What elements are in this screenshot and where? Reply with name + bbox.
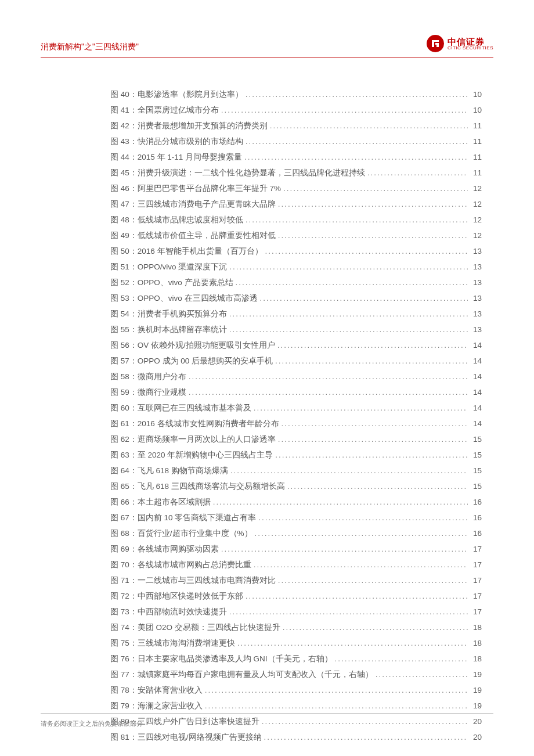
toc-page-number: 12	[470, 212, 482, 228]
toc-title: 全国票房过亿城市分布	[138, 102, 219, 118]
toc-title: 2016 年智能手机出货量（百万台）	[138, 243, 263, 259]
toc-row: 图 65：飞凡 618 三四线商场客流与交易额增长高 15	[110, 478, 482, 494]
toc-label: 图 60：	[110, 400, 138, 416]
toc-row: 图 79：海澜之家营业收入 19	[110, 698, 482, 714]
toc-leader-dots	[278, 573, 468, 588]
toc-page-number: 17	[470, 604, 482, 620]
toc-page-number: 13	[470, 259, 482, 275]
toc-row: 图 55：换机时本品牌留存率统计 13	[110, 322, 482, 337]
toc-leader-dots	[282, 416, 468, 431]
toc-title: 电影渗透率（影院月到达率）	[138, 87, 243, 102]
toc-row: 图 41：全国票房过亿城市分布 10	[110, 102, 482, 118]
toc-leader-dots	[230, 463, 468, 478]
toc-row: 图 71：一二线城市与三四线城市电商消费对比 17	[110, 573, 482, 588]
toc-title: 微商行业规模	[138, 384, 186, 400]
toc-label: 图 64：	[110, 463, 138, 478]
logo-text-cn: 中信证券	[448, 37, 493, 46]
toc-leader-dots	[278, 228, 468, 243]
toc-label: 图 72：	[110, 588, 138, 604]
toc-leader-dots	[265, 243, 468, 259]
toc-page-number: 16	[470, 494, 482, 510]
toc-title: 一二线城市与三四线城市电商消费对比	[138, 573, 276, 588]
toc-row: 图 70：各线城市城市网购占总消费比重 17	[110, 557, 482, 573]
toc-label: 图 51：	[110, 259, 138, 275]
toc-page-number: 11	[470, 134, 482, 149]
toc-page-number: 17	[470, 573, 482, 588]
toc-leader-dots	[254, 557, 468, 573]
toc-leader-dots	[376, 667, 468, 682]
toc-title: 三线城市海淘消费增速更快	[138, 635, 235, 651]
toc-page-number: 18	[470, 635, 482, 651]
toc-page-number: 16	[470, 525, 482, 541]
toc-row: 图 53：OPPO、vivo 在三四线城市高渗透 13	[110, 290, 482, 306]
toc-title: 飞凡 618 三四线商场客流与交易额增长高	[138, 478, 285, 494]
toc-title: 中西部物流时效快速提升	[138, 604, 227, 620]
toc-leader-dots	[213, 494, 468, 510]
toc-leader-dots	[236, 275, 468, 290]
toc-title: 2016 各线城市女性网购消费者年龄分布	[138, 416, 279, 431]
toc-leader-dots	[221, 102, 468, 118]
toc-leader-dots	[283, 620, 468, 635]
toc-row: 图 66：本土超市各区域割据 16	[110, 494, 482, 510]
toc-leader-dots	[246, 212, 468, 228]
toc-row: 图 49：低线城市价值主导，品牌重要性相对低 12	[110, 228, 482, 243]
logo-icon	[427, 35, 444, 52]
toc-title: 2015 年 1-11 月间母婴搜索量	[138, 149, 242, 165]
toc-label: 图 63：	[110, 447, 138, 463]
table-of-contents: 图 40：电影渗透率（影院月到达率） 10图 41：全国票房过亿城市分布 10图…	[41, 87, 493, 745]
toc-row: 图 63：至 2020 年新增购物中心三四线占主导 15	[110, 447, 482, 463]
toc-title: 换机时本品牌留存率统计	[138, 322, 227, 337]
toc-leader-dots	[246, 588, 468, 604]
toc-label: 图 71：	[110, 573, 138, 588]
toc-label: 图 47：	[110, 196, 138, 212]
toc-title: 微商用户分布	[138, 369, 186, 384]
toc-label: 图 78：	[110, 682, 138, 698]
toc-title: OV 依赖外观/拍照功能更吸引女性用户	[138, 337, 275, 353]
toc-leader-dots	[255, 525, 468, 541]
document-page: 消费新解构"之"三四线消费" 中信证券 CITIC SECURITIES 图 4…	[0, 0, 534, 756]
toc-leader-dots	[258, 510, 468, 525]
toc-label: 图 43：	[110, 134, 138, 149]
toc-row: 图 52：OPPO、vivo 产品要素总结 13	[110, 275, 482, 290]
toc-page-number: 15	[470, 431, 482, 447]
toc-label: 图 76：	[110, 651, 138, 667]
toc-leader-dots	[275, 447, 468, 463]
toc-leader-dots	[335, 651, 468, 667]
toc-label: 图 61：	[110, 416, 138, 431]
toc-page-number: 15	[470, 478, 482, 494]
toc-title: OPPO 成为 00 后最想购买的安卓手机	[138, 353, 273, 369]
toc-page-number: 11	[470, 118, 482, 134]
toc-title: 互联网已在三四线城市基本普及	[138, 400, 251, 416]
toc-leader-dots	[229, 306, 468, 322]
toc-label: 图 41：	[110, 102, 138, 118]
toc-title: OPPO、vivo 在三四线城市高渗透	[138, 290, 258, 306]
toc-label: 图 46：	[110, 181, 138, 196]
toc-page-number: 19	[470, 682, 482, 698]
toc-page-number: 19	[470, 698, 482, 714]
toc-label: 图 59：	[110, 384, 138, 400]
toc-title: 日本主要家电品类渗透率及人均 GNI（千美元，右轴）	[138, 651, 333, 667]
toc-row: 图 73：中西部物流时效快速提升 17	[110, 604, 482, 620]
toc-label: 图 77：	[110, 667, 138, 682]
toc-page-number: 18	[470, 651, 482, 667]
toc-label: 图 79：	[110, 698, 138, 714]
toc-page-number: 14	[470, 400, 482, 416]
toc-leader-dots	[367, 165, 468, 181]
toc-leader-dots	[264, 729, 468, 745]
toc-row: 图 54：消费者手机购买预算分布 13	[110, 306, 482, 322]
toc-label: 图 75：	[110, 635, 138, 651]
toc-page-number: 13	[470, 243, 482, 259]
toc-page-number: 13	[470, 275, 482, 290]
toc-label: 图 40：	[110, 87, 138, 102]
toc-row: 图 72：中西部地区快递时效低于东部 17	[110, 588, 482, 604]
toc-row: 图 44：2015 年 1-11 月间母婴搜索量 11	[110, 149, 482, 165]
toc-label: 图 56：	[110, 337, 138, 353]
toc-leader-dots	[270, 118, 468, 134]
toc-row: 图 45：消费升级演进：一二线个性化趋势显著，三四线品牌化进程持续 11	[110, 165, 482, 181]
toc-title: 安踏体育营业收入	[138, 682, 203, 698]
toc-page-number: 12	[470, 196, 482, 212]
toc-title: 逛商场频率一月两次以上的人口渗透率	[138, 431, 276, 447]
toc-title: 本土超市各区域割据	[138, 494, 211, 510]
toc-page-number: 10	[470, 102, 482, 118]
toc-leader-dots	[254, 400, 468, 416]
